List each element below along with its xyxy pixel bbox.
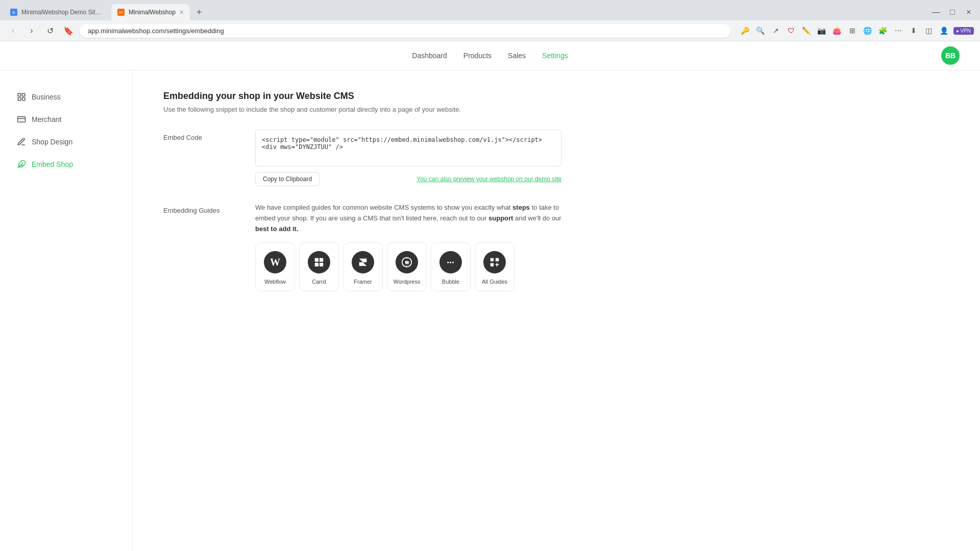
bookmark-button[interactable]: 🔖 — [61, 23, 76, 38]
profile-icon[interactable]: 👤 — [938, 24, 950, 37]
app-header: Dashboard Products Sales Settings BB — [0, 41, 980, 70]
wordpress-label: Wordpress — [394, 279, 421, 285]
address-input[interactable] — [80, 24, 731, 38]
svg-rect-11 — [320, 263, 323, 266]
shop-design-icon — [16, 137, 27, 147]
reload-button[interactable]: ↺ — [43, 23, 57, 38]
sidebar-item-merchant[interactable]: Merchant — [10, 109, 122, 130]
nav-sales[interactable]: Sales — [508, 49, 526, 62]
minimize-button[interactable]: — — [929, 5, 943, 19]
new-tab-button[interactable]: + — [192, 5, 206, 19]
tab-bar: B MinimalWebshop Demo Site | Bubble M Mi… — [0, 0, 980, 20]
back-button[interactable]: ‹ — [6, 23, 20, 38]
sidebar-toggle-icon[interactable]: ◫ — [923, 24, 935, 37]
nav-settings[interactable]: Settings — [542, 49, 568, 62]
forward-button[interactable]: › — [24, 23, 39, 38]
search-icon[interactable]: 🔍 — [754, 24, 767, 37]
bubble-icon: ••• — [439, 251, 462, 273]
nav-products[interactable]: Products — [463, 49, 492, 62]
main-content: Embedding your shop in your Website CMS … — [133, 70, 592, 551]
sidebar-business-label: Business — [32, 93, 61, 101]
svg-rect-18 — [491, 258, 494, 261]
guides-content: We have compiled guides for common websi… — [255, 203, 561, 291]
share-icon[interactable]: ↗ — [770, 24, 782, 37]
key-icon: 🔑 — [739, 24, 751, 37]
svg-rect-2 — [18, 98, 20, 101]
pencil-icon[interactable]: ✏️ — [800, 24, 813, 37]
svg-rect-9 — [320, 258, 323, 262]
guides-grid: W Webflow Carrd — [255, 242, 561, 291]
guide-carrd[interactable]: Carrd — [299, 242, 339, 291]
nav-dashboard[interactable]: Dashboard — [412, 49, 447, 62]
embedding-guides-section: Embedding Guides We have compiled guides… — [163, 203, 561, 291]
sidebar-embed-shop-label: Embed Shop — [32, 160, 73, 168]
embed-code-label: Embed Code — [163, 130, 235, 186]
svg-rect-10 — [315, 263, 318, 266]
all-guides-icon — [483, 251, 506, 273]
vpn-badge[interactable]: ▸ VPN — [953, 27, 974, 35]
sidebar-item-business[interactable]: Business — [10, 87, 122, 107]
main-nav: Dashboard Products Sales Settings — [412, 49, 568, 62]
business-icon — [16, 92, 27, 102]
tab-2-label: MinimalWebshop — [129, 9, 176, 16]
wallet-icon[interactable]: 👛 — [831, 24, 843, 37]
download-icon[interactable]: ⬇ — [908, 24, 920, 37]
guide-webflow[interactable]: W Webflow — [255, 242, 295, 291]
user-avatar[interactable]: BB — [941, 46, 960, 65]
svg-rect-3 — [22, 98, 25, 101]
svg-rect-19 — [496, 258, 499, 261]
all-guides-label: All Guides — [482, 279, 507, 285]
guide-framer[interactable]: Framer — [343, 242, 383, 291]
embed-actions: Copy to Clipboard You can also preview y… — [255, 172, 561, 186]
tab-1-favicon: B — [10, 9, 17, 16]
address-bar: ‹ › ↺ 🔖 🔑 🔍 ↗ 🛡 ✏️ 📷 👛 ⊞ 🌐 🧩 ⋯ ⬇ ◫ 👤 ▸ V… — [0, 20, 980, 41]
layout-icon[interactable]: ⊞ — [846, 24, 859, 37]
screenshot-icon[interactable]: 📷 — [816, 24, 828, 37]
guide-all[interactable]: All Guides — [475, 242, 514, 291]
copy-clipboard-button[interactable]: Copy to Clipboard — [255, 172, 320, 186]
svg-marker-12 — [359, 259, 367, 266]
embed-code-section: Embed Code <script type="module" src="ht… — [163, 130, 561, 186]
embed-code-row: Embed Code <script type="module" src="ht… — [163, 130, 561, 186]
bubble-label: Bubble — [442, 279, 459, 285]
sidebar-merchant-label: Merchant — [32, 115, 61, 123]
tab-1[interactable]: B MinimalWebshop Demo Site | Bubble — [4, 5, 109, 20]
preview-demo-link[interactable]: You can also preview your webshop on our… — [416, 176, 561, 183]
sidebar: Business Merchant Shop Design Embed Shop — [0, 70, 133, 551]
globe-icon[interactable]: 🌐 — [862, 24, 874, 37]
tab-2-favicon: M — [117, 9, 125, 16]
page-description: Use the following snippet to include the… — [163, 106, 561, 113]
guide-wordpress[interactable]: W Wordpress — [387, 242, 427, 291]
svg-rect-20 — [491, 263, 494, 266]
page-title: Embedding your shop in your Website CMS — [163, 91, 561, 102]
shield-icon: 🛡 — [785, 24, 797, 37]
browser-chrome: B MinimalWebshop Demo Site | Bubble M Mi… — [0, 0, 980, 41]
sidebar-item-shop-design[interactable]: Shop Design — [10, 132, 122, 152]
tab-2[interactable]: M MinimalWebshop × — [111, 4, 190, 20]
tab-1-label: MinimalWebshop Demo Site | Bubble — [21, 9, 103, 16]
guides-description: We have compiled guides for common websi… — [255, 203, 561, 234]
carrd-label: Carrd — [312, 279, 326, 285]
guides-row: Embedding Guides We have compiled guides… — [163, 203, 561, 291]
carrd-icon — [308, 251, 330, 273]
guides-label: Embedding Guides — [163, 203, 235, 291]
svg-rect-4 — [18, 117, 26, 122]
browser-toolbar-icons: 🔑 🔍 ↗ 🛡 ✏️ 📷 👛 ⊞ 🌐 🧩 ⋯ ⬇ ◫ 👤 ▸ VPN — [739, 24, 974, 37]
svg-rect-1 — [22, 93, 25, 96]
webflow-label: Webflow — [264, 279, 286, 285]
tab-2-close[interactable]: × — [180, 8, 184, 16]
more-icon[interactable]: ⋯ — [892, 24, 904, 37]
embed-code-textarea[interactable]: <script type="module" src="https://embed… — [255, 130, 561, 166]
extension-icon[interactable]: 🧩 — [877, 24, 889, 37]
sidebar-item-embed-shop[interactable]: Embed Shop — [10, 154, 122, 174]
embed-code-box: <script type="module" src="https://embed… — [255, 130, 561, 186]
embed-shop-icon — [16, 159, 27, 169]
merchant-icon — [16, 114, 27, 124]
guide-bubble[interactable]: ••• Bubble — [431, 242, 471, 291]
sidebar-shop-design-label: Shop Design — [32, 138, 72, 146]
webflow-icon: W — [264, 251, 286, 273]
close-button[interactable]: × — [962, 5, 976, 19]
wordpress-icon: W — [396, 251, 418, 273]
maximize-button[interactable]: □ — [945, 5, 960, 19]
svg-rect-0 — [18, 93, 20, 96]
